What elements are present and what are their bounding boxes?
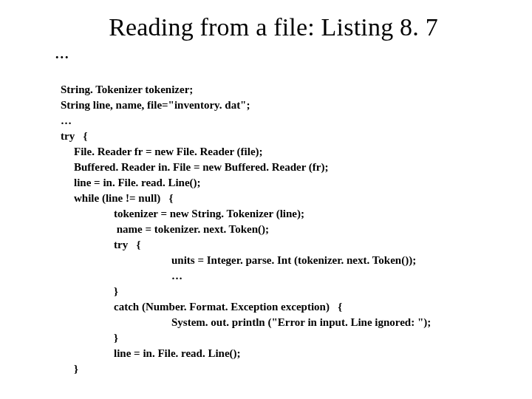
code-line: Buffered. Reader in. File = new Buffered…	[61, 161, 328, 173]
page-title: Reading from a file: Listing 8. 7	[44, 13, 502, 41]
code-line: catch (Number. Format. Exception excepti…	[61, 301, 342, 313]
code-line: …	[61, 115, 72, 126]
code-line: }	[61, 285, 118, 297]
code-line: tokenizer = new String. Tokenizer (line)…	[61, 208, 304, 219]
code-line: System. out. println ("Error in input. L…	[61, 316, 431, 328]
code-line: File. Reader fr = new File. Reader (file…	[61, 146, 263, 157]
code-line: }	[61, 332, 118, 344]
code-line: try {	[61, 130, 87, 142]
code-line: }	[61, 363, 78, 375]
code-line: line = in. File. read. Line();	[61, 177, 201, 188]
leading-ellipsis: ...	[55, 43, 502, 62]
slide: Reading from a file: Listing 8. 7 ... St…	[0, 0, 532, 399]
code-block: String. Tokenizer tokenizer; String line…	[61, 66, 502, 377]
code-line: while (line != null) {	[61, 192, 173, 204]
code-line: String line, name, file="inventory. dat"…	[61, 99, 250, 111]
code-line: try {	[61, 239, 140, 250]
code-line: …	[61, 270, 183, 282]
code-line: line = in. File. read. Line();	[61, 347, 241, 359]
code-line: units = Integer. parse. Int (tokenizer. …	[61, 254, 416, 266]
code-line: name = tokenizer. next. Token();	[61, 223, 269, 235]
code-line: String. Tokenizer tokenizer;	[61, 83, 193, 95]
